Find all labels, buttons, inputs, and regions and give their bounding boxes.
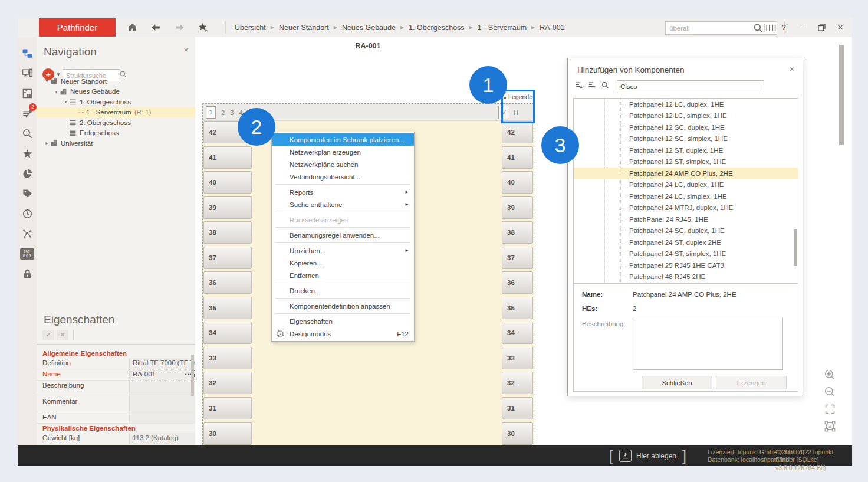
expand-all-icon[interactable]: [575, 81, 584, 92]
rack-unit-right-30[interactable]: 30: [502, 422, 533, 445]
rack-unit-left-33[interactable]: 33: [203, 347, 252, 369]
menu-item-eigenschaften[interactable]: Eigenschaften: [272, 315, 414, 327]
component-list-item[interactable]: Patchpanel 12 SC, simplex, 1HE: [574, 133, 798, 145]
rack-unit-right-38[interactable]: 38: [502, 221, 533, 244]
apply-icon[interactable]: ✓: [42, 330, 54, 340]
tree-node-erdgeschoss[interactable]: Erdgeschoss: [37, 128, 195, 139]
expanded-arrow-icon[interactable]: ▾: [63, 99, 69, 104]
rack-unit-left-31[interactable]: 31: [203, 397, 252, 419]
rack-unit-left-35[interactable]: 35: [203, 297, 252, 319]
menu-item-netzwerkpläne-suchen[interactable]: Netzwerkpläne suchen: [272, 158, 414, 170]
rack-unit-right-36[interactable]: 36: [502, 271, 533, 294]
menu-item-netzwerkplan-erzeugen[interactable]: Netzwerkplan erzeugen: [272, 146, 414, 158]
rack-unit-right-37[interactable]: 37: [502, 247, 533, 269]
rack-unit-right-33[interactable]: 33: [502, 347, 533, 369]
rack-unit-left-39[interactable]: 39: [203, 196, 252, 219]
minimize-button[interactable]: —: [793, 18, 812, 37]
tree-node-1-serverraum[interactable]: 1 - Serverraum(R: 1): [37, 107, 195, 118]
menu-item-komponentendefinition-anpassen[interactable]: Komponentendefinition anpassen: [272, 300, 414, 312]
star-icon[interactable]: [18, 145, 37, 162]
zoom-in-icon[interactable]: [823, 368, 837, 381]
component-list-item[interactable]: Patchpanel 12 SC, duplex, 1HE: [574, 122, 798, 133]
breadcrumb-item[interactable]: RA-001: [540, 24, 564, 32]
rack-unit-left-32[interactable]: 32: [203, 372, 252, 394]
global-search-input[interactable]: [666, 25, 752, 32]
expanded-arrow-icon[interactable]: ▾: [44, 78, 50, 84]
component-list-item[interactable]: Patchpanel 24 ST, duplex 2HE: [574, 237, 798, 248]
rack-unit-left-41[interactable]: 41: [203, 146, 252, 169]
description-textarea[interactable]: [633, 317, 783, 370]
canvas-scrollbar[interactable]: [839, 45, 844, 145]
close-button[interactable]: ✕: [831, 18, 850, 37]
property-value[interactable]: RA-001•••: [129, 369, 195, 380]
rack-unit-right-42[interactable]: 42: [502, 121, 533, 143]
fit-view-icon[interactable]: [823, 402, 837, 415]
rack-unit-right-32[interactable]: 32: [502, 372, 533, 394]
rack-unit-left-36[interactable]: 36: [203, 271, 252, 294]
tree-node-neuer-standort[interactable]: ▾Neuer Standort: [37, 76, 195, 87]
component-list-item[interactable]: Patchpanel 12 ST, simplex, 1HE: [574, 156, 798, 168]
rack-unit-left-30[interactable]: 30: [203, 422, 252, 445]
breadcrumb-item[interactable]: Neuer Standort: [279, 24, 329, 32]
tools-icon[interactable]: 2: [18, 104, 37, 122]
component-list-item[interactable]: PatchPanel 24 RJ45, 1HE: [574, 214, 798, 225]
menu-item-komponenten-im-schrank-platzieren[interactable]: Komponenten im Schrank platzieren...: [272, 133, 414, 146]
component-list-item[interactable]: Patchpanel 48 RJ45 2HE: [574, 271, 798, 283]
back-arrow-icon[interactable]: [149, 21, 163, 35]
component-list-item[interactable]: Patchpanel 24 MTRJ, duplex, 1HE: [574, 202, 798, 214]
rack-unit-right-34[interactable]: 34: [502, 322, 533, 344]
menu-item-drucken[interactable]: Drucken...: [272, 284, 414, 297]
search-icon[interactable]: [752, 24, 764, 33]
property-value[interactable]: [129, 396, 195, 412]
component-search-input[interactable]: [617, 80, 764, 93]
ip-address-icon[interactable]: 192.0.0.1: [18, 245, 37, 263]
erzeugen-button[interactable]: Erzeugen: [716, 376, 787, 389]
rack-tab-1[interactable]: 1: [206, 106, 216, 119]
pie-chart-icon[interactable]: [18, 165, 37, 182]
property-value[interactable]: [129, 412, 195, 423]
tree-node-1-obergeschoss[interactable]: ▾1. Obergeschoss: [37, 97, 195, 107]
drop-zone[interactable]: [ Hier ablegen ]: [609, 445, 686, 466]
breadcrumb-item[interactable]: 1 - Serverraum: [478, 24, 527, 32]
breadcrumb-item[interactable]: Neues Gebäude: [342, 24, 396, 32]
component-list-item[interactable]: Patchpanel 25 RJ45 1HE CAT3: [574, 260, 798, 271]
breadcrumb-item[interactable]: Übersicht: [235, 24, 266, 32]
list-scrollbar[interactable]: [794, 229, 797, 266]
component-list-item[interactable]: Patchpanel 24 ST, simplex, 1HE: [574, 248, 798, 260]
discard-icon[interactable]: ✕: [57, 330, 68, 340]
rack-unit-left-34[interactable]: 34: [203, 322, 252, 344]
property-value[interactable]: Rittal TE 7000 (TE 70: [129, 358, 195, 369]
rack-unit-left-38[interactable]: 38: [203, 221, 252, 244]
properties-scrollbar[interactable]: [191, 355, 194, 396]
tree-node-universität[interactable]: ▸Universität: [37, 138, 195, 149]
component-list-item[interactable]: Patchpanel 12 ST, duplex, 1HE: [574, 145, 798, 156]
component-list-item[interactable]: Patchpanel 24 AMP CO Plus, 2HE: [574, 168, 798, 179]
tree-node-2-obergeschoss[interactable]: 2. Obergeschoss: [37, 117, 195, 128]
expanded-arrow-icon[interactable]: ▾: [53, 89, 60, 94]
rack-unit-right-31[interactable]: 31: [502, 397, 533, 419]
zoom-out-icon[interactable]: [823, 385, 837, 398]
clock-icon[interactable]: [18, 205, 37, 222]
workstation-icon[interactable]: [18, 64, 37, 82]
design-mode-icon[interactable]: A: [823, 419, 837, 432]
forward-arrow-icon[interactable]: [172, 21, 186, 35]
lock-icon[interactable]: [18, 265, 37, 283]
component-list-item[interactable]: Patchpanel 12 LC, duplex, 1HE: [574, 99, 798, 110]
rack-unit-right-39[interactable]: 39: [502, 196, 533, 219]
rack-tab-2[interactable]: 2: [221, 109, 225, 116]
home-icon[interactable]: [125, 21, 139, 35]
menu-item-entfernen[interactable]: Entfernen: [272, 269, 414, 281]
component-list-item[interactable]: Patchpanel 24 LC, duplex, 1HE: [574, 179, 798, 191]
rack-unit-left-40[interactable]: 40: [203, 171, 252, 194]
menu-item-umziehen[interactable]: Umziehen...►: [272, 244, 414, 257]
menu-item-benamungsregel-anwenden[interactable]: Benamungsregel anwenden...: [272, 229, 414, 241]
collapsed-arrow-icon[interactable]: ▸: [44, 140, 50, 146]
add-favorite-icon[interactable]: [196, 21, 210, 35]
menu-item-suche-enthaltene[interactable]: Suche enthaltene►: [272, 198, 414, 211]
rack-tab-3[interactable]: 3: [230, 109, 234, 116]
rack-unit-left-37[interactable]: 37: [203, 247, 252, 269]
rack-unit-right-40[interactable]: 40: [502, 171, 533, 194]
app-menu-button[interactable]: Pathfinder: [39, 18, 116, 37]
rack-unit-right-41[interactable]: 41: [502, 146, 533, 169]
menu-item-designmodus[interactable]: ADesignmodusF12: [272, 327, 414, 340]
